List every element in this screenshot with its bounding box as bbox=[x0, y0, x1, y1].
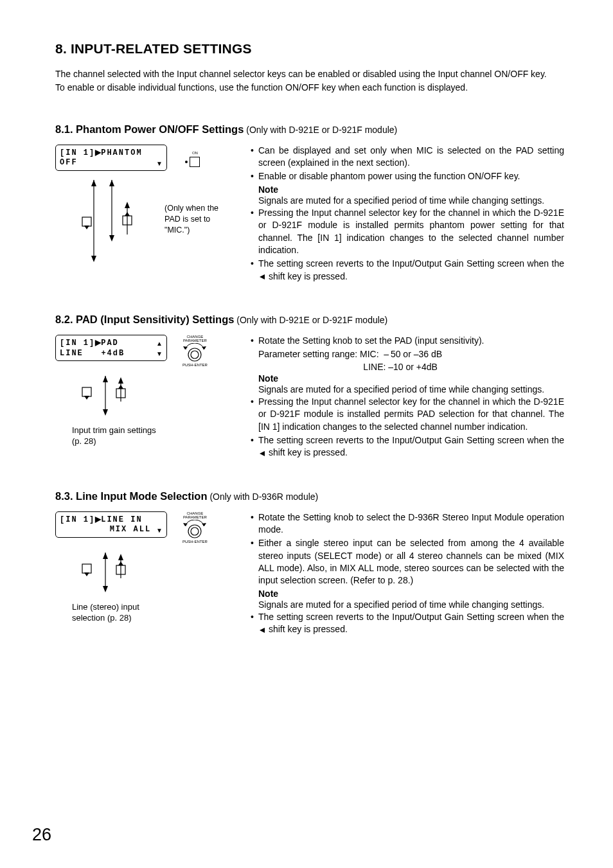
lcd-8-1-l1-left: [IN 1] bbox=[60, 148, 95, 157]
down-triangle-icon: ▼ bbox=[156, 159, 163, 168]
lcd-8-2: [IN 1]▶PAD ▲ LINE +4dB ▼ bbox=[55, 335, 167, 361]
s83-b2: Either a single stereo input can be sele… bbox=[251, 537, 564, 587]
section-8-2-suffix: (Only with D-921E or D-921F module) bbox=[234, 315, 387, 325]
down-triangle-icon: ▼ bbox=[156, 350, 163, 358]
s81-note-label: Note bbox=[251, 184, 564, 195]
s83-note-text: Signals are muted for a specified period… bbox=[251, 599, 564, 611]
svg-marker-11 bbox=[125, 212, 130, 216]
page-title: 8. INPUT-RELATED SETTINGS bbox=[55, 41, 564, 57]
svg-point-14 bbox=[188, 348, 201, 361]
section-8-3-heading: 8.3. Line Input Mode Selection (Only wit… bbox=[55, 490, 564, 502]
nav-diagram-8-2 bbox=[81, 376, 251, 421]
s81-b4b: shift key is pressed. bbox=[266, 271, 348, 281]
svg-marker-7 bbox=[109, 235, 114, 242]
svg-marker-19 bbox=[103, 376, 108, 382]
knob-t2: PARAMETER bbox=[182, 515, 208, 519]
nav-note-8-1-l3: "MIC.") bbox=[164, 226, 190, 235]
play-icon: ▶ bbox=[95, 148, 101, 157]
svg-marker-9 bbox=[125, 202, 130, 208]
nav-diagram-8-3 bbox=[81, 553, 251, 598]
lcd-8-3-l1-right: LINE IN bbox=[101, 515, 142, 524]
svg-marker-22 bbox=[118, 377, 123, 384]
nav-note-8-1-l2: PAD is set to bbox=[164, 215, 210, 224]
section-8-3-title: 8.3. Line Input Mode Selection bbox=[55, 490, 208, 502]
section-8-2: 8.2. PAD (Input Sensitivity) Settings (O… bbox=[55, 314, 564, 461]
section-8-1-heading: 8.1. Phantom Power ON/OFF Settings (Only… bbox=[55, 123, 564, 136]
svg-point-15 bbox=[191, 351, 199, 359]
lcd-8-2-l2-right: +4dB bbox=[101, 349, 125, 358]
s82-note-label: Note bbox=[251, 373, 564, 384]
section-8-3-left: [IN 1]▶LINE IN MIX ALL ▼ CHANGE PARAMETE… bbox=[55, 511, 251, 624]
svg-marker-30 bbox=[84, 572, 89, 576]
svg-marker-4 bbox=[84, 226, 89, 229]
svg-marker-26 bbox=[202, 523, 206, 526]
lcd-8-3-l2-right: MIX ALL bbox=[110, 525, 151, 534]
nav-diagram-8-1: (Only when the PAD is set to "MIC.") bbox=[81, 180, 251, 263]
knob-8-2: CHANGE PARAMETER PUSH-ENTER bbox=[182, 335, 208, 367]
s83-b3: The setting screen reverts to the Input/… bbox=[251, 611, 564, 636]
lcd-8-1: [IN 1]▶PHANTOM OFF ▼ bbox=[55, 145, 167, 171]
s83-note-label: Note bbox=[251, 589, 564, 599]
lcd-8-1-l1-right: PHANTOM bbox=[101, 148, 142, 157]
svg-marker-6 bbox=[109, 180, 114, 186]
page: 8. INPUT-RELATED SETTINGS The channel se… bbox=[0, 0, 613, 868]
s83-b3a: The setting screen reverts to the Input/… bbox=[258, 612, 564, 622]
section-8-1-title: 8.1. Phantom Power ON/OFF Settings bbox=[55, 123, 244, 135]
caption-8-3-l2: selection (p. 28) bbox=[72, 613, 132, 623]
knob-t3: PUSH-ENTER bbox=[182, 363, 208, 367]
knob-t3: PUSH-ENTER bbox=[182, 540, 208, 544]
caption-8-2: Input trim gain settings (p. 28) bbox=[72, 425, 251, 447]
up-triangle-icon: ▲ bbox=[156, 339, 163, 348]
s82-sub2: LINE: –10 or +4dB bbox=[251, 361, 564, 373]
s82-b2: Pressing the Input channel selector key … bbox=[251, 396, 564, 433]
section-8-1-right: Can be displayed and set only when MIC i… bbox=[251, 145, 564, 284]
svg-rect-29 bbox=[82, 564, 91, 573]
section-8-3-suffix: (Only with D-936R module) bbox=[208, 492, 319, 502]
lcd-8-2-l1-right: PAD bbox=[101, 339, 119, 348]
svg-rect-16 bbox=[82, 387, 91, 396]
left-shift-icon bbox=[260, 451, 265, 456]
s82-note-text: Signals are muted for a specified period… bbox=[251, 384, 564, 396]
svg-marker-2 bbox=[91, 180, 96, 186]
svg-marker-24 bbox=[118, 385, 123, 389]
down-triangle-icon: ▼ bbox=[156, 526, 163, 535]
play-icon: ▶ bbox=[95, 338, 101, 347]
s83-b3b: shift key is pressed. bbox=[266, 624, 348, 634]
svg-marker-32 bbox=[103, 553, 108, 559]
svg-marker-17 bbox=[84, 396, 89, 400]
intro-block: The channel selected with the Input chan… bbox=[55, 68, 564, 94]
left-shift-icon bbox=[260, 628, 265, 633]
s81-b4: The setting screen reverts to the Input/… bbox=[251, 258, 564, 283]
led-dot-icon bbox=[185, 161, 188, 163]
on-button-icon bbox=[190, 157, 200, 167]
section-8-1: 8.1. Phantom Power ON/OFF Settings (Only… bbox=[55, 123, 564, 284]
nav-arrows-icon bbox=[81, 376, 177, 421]
section-8-2-left: [IN 1]▶PAD ▲ LINE +4dB ▼ CHANGE PARAMETE… bbox=[55, 335, 251, 447]
s82-sub1: Parameter setting range: MIC: – 50 or –3… bbox=[251, 348, 564, 360]
on-indicator: ON bbox=[185, 151, 200, 167]
nav-note-8-1-l1: (Only when the bbox=[164, 204, 218, 213]
svg-point-28 bbox=[191, 527, 199, 535]
section-8-2-title: 8.2. PAD (Input Sensitivity) Settings bbox=[55, 314, 234, 325]
s82-b3a: The setting screen reverts to the Input/… bbox=[258, 435, 564, 445]
play-icon: ▶ bbox=[95, 515, 101, 524]
caption-8-2-l1: Input trim gain settings bbox=[72, 425, 156, 435]
s81-b3: Pressing the Input channel selector key … bbox=[251, 207, 564, 256]
section-8-2-heading: 8.2. PAD (Input Sensitivity) Settings (O… bbox=[55, 314, 564, 326]
caption-8-2-l2: (p. 28) bbox=[72, 436, 96, 446]
svg-rect-3 bbox=[82, 217, 91, 226]
lcd-8-3-l1-left: [IN 1] bbox=[60, 515, 95, 524]
intro-p1: The channel selected with the Input chan… bbox=[55, 68, 564, 80]
svg-marker-13 bbox=[202, 346, 206, 350]
intro-p2: To enable or disable individual function… bbox=[55, 82, 564, 94]
s82-b3b: shift key is pressed. bbox=[266, 447, 348, 457]
svg-marker-20 bbox=[103, 409, 108, 416]
svg-marker-25 bbox=[183, 523, 188, 526]
knob-icon bbox=[183, 520, 206, 539]
lcd-8-2-l2-left: LINE bbox=[60, 349, 84, 358]
caption-8-3: Line (stereo) input selection (p. 28) bbox=[72, 601, 251, 624]
s81-b2: Enable or disable phantom power using th… bbox=[251, 170, 564, 182]
svg-marker-33 bbox=[103, 586, 108, 592]
section-8-3-right: Rotate the Setting knob to select the D-… bbox=[251, 511, 564, 637]
nav-arrows-icon bbox=[81, 553, 177, 598]
